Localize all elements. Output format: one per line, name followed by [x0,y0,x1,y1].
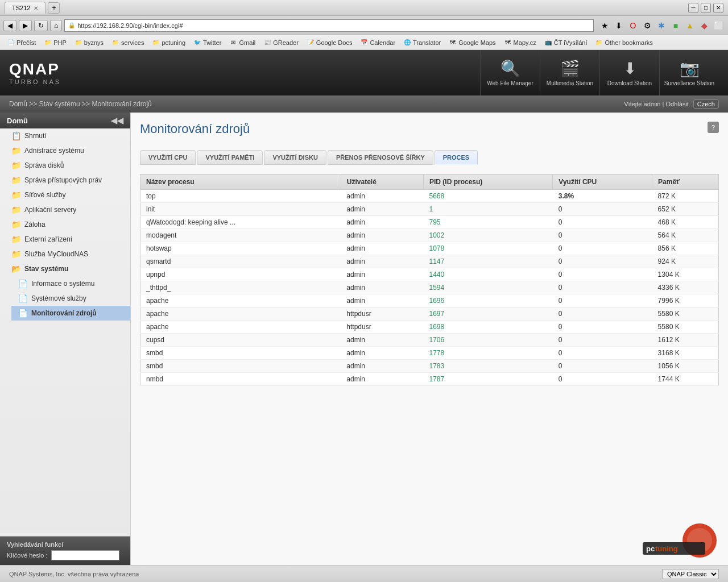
home-button[interactable]: ⌂ [50,20,62,31]
sidebar-item-accessrights[interactable]: 📁 Správa přístupových práv [5,173,130,188]
bookmark-googlemaps[interactable]: 🗺 Google Maps [445,38,499,48]
pid-link[interactable]: 1440 [429,271,445,278]
sidebar-item-external[interactable]: 📁 Externí zařízení [5,232,130,247]
sidebar-item-sysinfo[interactable]: 📄 Informace o systému [11,276,130,291]
breadcrumb-right: Vítejte admin | Odhlásit Czech [624,99,719,109]
sidebar-item-shrnutí[interactable]: 📋 Shrnutí [5,128,130,143]
bookmark-byznys[interactable]: 📁 byznys [71,38,107,48]
sidebar-item-network[interactable]: 📁 Síťové služby [5,188,130,202]
sidebar-item-sysservices[interactable]: 📄 Systémové služby [11,291,130,306]
process-pid[interactable]: 1778 [424,347,553,360]
bookmark-php[interactable]: 📁 PHP [40,38,70,48]
nav-surveillance-station[interactable]: 📷 Surveillance Station [659,50,719,95]
pid-link[interactable]: 1078 [429,244,445,252]
bookmark-mapycz[interactable]: 🗺 Mapy.cz [500,38,540,48]
sidebar-item-monitoring[interactable]: 📄 Monitorování zdrojů [11,306,130,321]
bookmark-greader[interactable]: 📰 GReader [260,38,302,48]
pid-link[interactable]: 1783 [429,362,445,370]
process-name: apache [140,294,341,307]
sidebar-item-mycloudnas[interactable]: 📁 Služba MyCloudNAS [5,247,130,261]
tab-disk[interactable]: VYUŽITÍ DISKU [264,150,326,165]
nav-download-station[interactable]: ⬇ Download Station [599,50,659,95]
pid-link[interactable]: 1697 [429,310,445,318]
sidebar-collapse-button[interactable]: ◀◀ [111,116,123,125]
pid-link[interactable]: 1787 [429,375,445,383]
nav-web-file-manager[interactable]: 🔍 Web File Manager [480,50,540,95]
help-icon[interactable]: ? [708,122,719,133]
pid-link[interactable]: 1002 [429,231,445,239]
process-pid[interactable]: 795 [424,216,553,229]
nav-multimedia-station[interactable]: 🎬 Multimedia Station [540,50,599,95]
sidebar-search-input[interactable] [51,550,119,560]
bookmark-services[interactable]: 📁 services [108,38,147,48]
back-button[interactable]: ◀ [3,20,16,31]
process-pid[interactable]: 1440 [424,268,553,281]
extension3-icon[interactable]: ▲ [684,19,696,32]
process-pid[interactable]: 1078 [424,242,553,255]
process-pid[interactable]: 1698 [424,321,553,334]
sidebar-item-appservers[interactable]: 📁 Aplikační servery [5,202,130,217]
extension5-icon[interactable]: ⬜ [712,19,725,32]
process-user: admin [341,242,423,255]
browser-titlebar: TS212 ✕ + ─ □ ✕ [0,0,728,16]
process-cpu: 0 [553,242,652,255]
bookmark-other[interactable]: 📁 Other bookmarks [592,38,656,48]
process-pid[interactable]: 1697 [424,307,553,321]
process-pid[interactable]: 1147 [424,255,553,268]
pid-link[interactable]: 1594 [429,284,445,292]
new-tab-button[interactable]: + [48,2,60,14]
process-pid[interactable]: 1787 [424,373,553,386]
pid-link[interactable]: 1698 [429,323,445,331]
extension1-icon[interactable]: ✱ [655,19,668,32]
bookmark-precist-icon: 📄 [7,39,15,47]
pid-link[interactable]: 1696 [429,297,445,305]
bookmark-pctuning[interactable]: 📁 pctuning [148,38,189,48]
download-icon[interactable]: ⬇ [613,19,625,32]
bookmark-precist[interactable]: 📄 Přečíst [3,38,39,48]
tab-close-button[interactable]: ✕ [34,5,38,11]
forward-button[interactable]: ▶ [19,20,32,31]
maximize-button[interactable]: □ [701,3,711,13]
sidebar-item-adnistrace[interactable]: 📁 Adnistrace systému [5,143,130,158]
sidebar-item-backup[interactable]: 📁 Záloha [5,217,130,232]
process-pid[interactable]: 1 [424,203,553,216]
browser-tab[interactable]: TS212 ✕ [5,2,46,14]
pid-link[interactable]: 1147 [429,257,445,265]
language-selector[interactable]: Czech [693,99,719,109]
bookmark-ctvysílání[interactable]: 📺 ČT iVysílání [541,38,591,48]
process-pid[interactable]: 1002 [424,229,553,242]
close-button[interactable]: ✕ [713,3,723,13]
shrnutí-icon: 📋 [11,131,21,140]
process-pid[interactable]: 1696 [424,294,553,307]
reload-button[interactable]: ↻ [34,20,48,31]
pid-link[interactable]: 795 [429,218,441,226]
process-pid[interactable]: 1706 [424,334,553,347]
bookmark-twitter[interactable]: 🐦 Twitter [190,38,225,48]
settings-icon[interactable]: ⚙ [641,19,653,32]
sidebar-item-systemstatus[interactable]: 📂 Stav systému [5,261,130,276]
tab-cpu[interactable]: VYUŽITÍ CPU [140,150,196,165]
process-pid[interactable]: 1594 [424,281,553,294]
minimize-button[interactable]: ─ [688,3,698,13]
bookmark-gdocs[interactable]: 📝 Google Docs [303,38,356,48]
pid-link[interactable]: 1706 [429,336,445,344]
pid-link[interactable]: 1778 [429,349,445,357]
theme-selector[interactable]: QNAP Classic [662,569,719,579]
bookmark-translator[interactable]: 🌐 Translator [400,38,444,48]
tab-process[interactable]: PROCES [435,150,478,165]
bookmark-gdocs-icon: 📝 [307,39,315,47]
address-bar[interactable]: 🔒 https://192.168.2.90/cgi-bin/index.cgi… [64,19,594,32]
extension2-icon[interactable]: ■ [669,19,682,32]
bookmark-icon[interactable]: ★ [598,19,611,32]
opera-icon[interactable]: O [627,19,639,32]
process-pid[interactable]: 1783 [424,360,553,373]
extension4-icon[interactable]: ◆ [698,19,710,32]
bookmark-calendar[interactable]: 📅 Calendar [357,38,399,48]
tab-memory[interactable]: VYUŽITÍ PAMĚTI [197,150,263,165]
process-pid[interactable]: 5668 [424,190,553,203]
bookmark-gmail[interactable]: ✉ Gmail [226,38,259,48]
pid-link[interactable]: 1 [429,205,433,213]
tab-bandwidth[interactable]: PŘENOS PŘENOSOVÉ ŠÍŘKY [328,150,433,165]
pid-link[interactable]: 5668 [429,192,445,200]
sidebar-item-diskmanagement[interactable]: 📁 Správa disků [5,158,130,173]
